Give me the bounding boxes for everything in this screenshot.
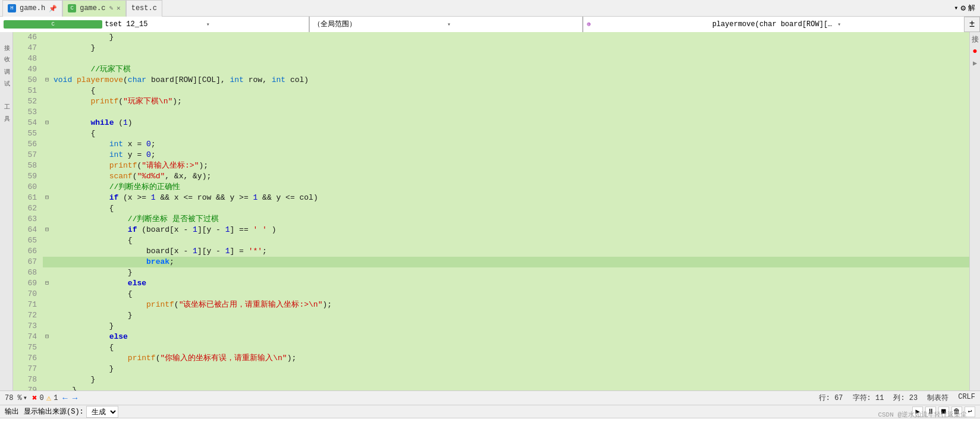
- code-content[interactable]: }: [51, 385, 969, 390]
- table-row: 69⊟ else: [13, 278, 969, 289]
- fold-gutter[interactable]: ⊟: [43, 225, 51, 235]
- fold-gutter: [43, 364, 51, 374]
- line-number: 46: [13, 32, 43, 43]
- zoom-dropdown[interactable]: ▾: [23, 393, 27, 402]
- fold-gutter[interactable]: ⊟: [43, 332, 51, 342]
- line-number: 59: [13, 171, 43, 182]
- func-selector[interactable]: ⊕ playermove(char board[ROW][COL], int r…: [583, 17, 965, 32]
- line-number: 79: [13, 385, 43, 390]
- fold-gutter[interactable]: ⊟: [43, 75, 51, 86]
- table-row: 63 //判断坐标 是否被下过棋: [13, 214, 969, 225]
- output-source-label: 显示输出来源(S):: [24, 407, 84, 417]
- file-icon: C: [4, 20, 102, 29]
- code-content[interactable]: printf("玩家下棋\n");: [51, 96, 969, 107]
- tab-game-h[interactable]: H game.h 📌: [2, 0, 62, 17]
- line-number: 73: [13, 321, 43, 332]
- code-content[interactable]: [51, 107, 969, 118]
- game-c-icon: C: [68, 4, 76, 12]
- sidebar-icon-6[interactable]: 具: [1, 106, 12, 116]
- code-content[interactable]: if (x >= 1 && x <= row && y >= 1 && y <=…: [51, 193, 969, 203]
- nav-back-btn[interactable]: ←: [62, 393, 67, 403]
- code-content[interactable]: {: [51, 203, 969, 214]
- code-content[interactable]: while (1): [51, 118, 969, 128]
- fold-gutter[interactable]: ⊟: [43, 118, 51, 128]
- code-content[interactable]: [51, 53, 969, 64]
- line-number: 55: [13, 128, 43, 139]
- tab-game-c[interactable]: C game.c ✎ ✕: [62, 0, 125, 17]
- tab-settings-btn[interactable]: ⚙: [961, 3, 966, 13]
- code-content[interactable]: }: [51, 310, 969, 321]
- right-sidebar-search[interactable]: 接: [970, 34, 980, 44]
- sidebar-icon-3[interactable]: 调: [1, 58, 12, 69]
- code-content[interactable]: board[x - 1][y - 1] = '*';: [51, 246, 969, 257]
- line-number: 74: [13, 332, 43, 342]
- code-content[interactable]: else: [51, 332, 969, 342]
- code-content[interactable]: }: [51, 321, 969, 332]
- status-zoom[interactable]: 78 % ▾: [5, 393, 27, 402]
- code-content[interactable]: scanf("%d%d", &x, &y);: [51, 171, 969, 182]
- code-content[interactable]: }: [51, 32, 969, 43]
- file-selector[interactable]: C tset 12_15 ▾: [0, 17, 309, 32]
- tab-game-h-pin[interactable]: 📌: [49, 5, 57, 12]
- code-content[interactable]: }: [51, 267, 969, 278]
- sidebar-icon-5[interactable]: 工: [1, 94, 12, 105]
- tab-dropdown-btn[interactable]: ▾: [954, 4, 958, 12]
- nav-forward-btn[interactable]: →: [73, 393, 77, 403]
- error-count: 0: [39, 394, 43, 402]
- code-content[interactable]: //判断坐标 是否被下过棋: [51, 214, 969, 225]
- code-content[interactable]: //判断坐标的正确性: [51, 182, 969, 193]
- code-content[interactable]: }: [51, 374, 969, 385]
- right-sidebar-nav[interactable]: ▶: [970, 58, 980, 68]
- code-content[interactable]: int y = 0;: [51, 150, 969, 160]
- sidebar-icon-4[interactable]: 试: [1, 70, 12, 81]
- code-content[interactable]: if (board[x - 1][y - 1] == ' ' ): [51, 225, 969, 235]
- code-content[interactable]: {: [51, 86, 969, 96]
- fold-gutter: [43, 235, 51, 246]
- sidebar-icon-2[interactable]: 收: [1, 46, 12, 57]
- code-content[interactable]: }: [51, 43, 969, 53]
- tab-right-controls: ▾ ⚙ 解: [954, 3, 980, 13]
- fold-gutter[interactable]: ⊟: [43, 193, 51, 203]
- line-number: 48: [13, 53, 43, 64]
- table-row: 79 }: [13, 385, 969, 390]
- code-content[interactable]: }: [51, 364, 969, 374]
- code-content[interactable]: {: [51, 235, 969, 246]
- symbol-add-btn[interactable]: ±: [965, 17, 980, 32]
- scope-selector[interactable]: （全局范围） ▾: [309, 17, 583, 32]
- code-area[interactable]: 46 }47 }48 49 //玩家下棋50⊟void playermove(c…: [13, 32, 969, 390]
- output-source-dropdown[interactable]: 生成: [86, 406, 118, 418]
- left-sidebar: 接 收 调 试 工 具: [0, 32, 13, 390]
- code-content[interactable]: printf("你输入的坐标有误，请重新输入\n");: [51, 353, 969, 364]
- code-content[interactable]: else: [51, 278, 969, 289]
- line-number: 72: [13, 310, 43, 321]
- code-content[interactable]: {: [51, 342, 969, 353]
- output-label: 输出: [5, 407, 19, 417]
- code-content[interactable]: printf("请输入坐标:>");: [51, 160, 969, 171]
- code-content[interactable]: break;: [51, 257, 969, 267]
- fold-gutter[interactable]: ⊟: [43, 278, 51, 289]
- tab-close-all-btn[interactable]: 解: [968, 3, 975, 13]
- code-content[interactable]: printf("该坐标已被占用，请重新输入坐标:>\n");: [51, 300, 969, 310]
- code-content[interactable]: //玩家下棋: [51, 64, 969, 75]
- code-content[interactable]: int x = 0;: [51, 139, 969, 150]
- status-encoding: CRLF: [958, 393, 975, 403]
- code-content[interactable]: {: [51, 289, 969, 300]
- sidebar-icon-1[interactable]: 接: [1, 34, 12, 45]
- code-content[interactable]: void playermove(char board[ROW][COL], in…: [51, 75, 969, 86]
- table-row: 67 break;: [13, 257, 969, 267]
- line-number: 60: [13, 182, 43, 193]
- table-row: 73 }: [13, 321, 969, 332]
- table-row: 74⊟ else: [13, 332, 969, 342]
- fold-gutter: [43, 267, 51, 278]
- right-sidebar-error[interactable]: ●: [970, 46, 980, 56]
- line-number: 52: [13, 96, 43, 107]
- output-source-select[interactable]: 显示输出来源(S): 生成: [24, 406, 118, 418]
- tab-test-c[interactable]: test.c: [126, 0, 162, 17]
- table-row: 54⊟ while (1): [13, 118, 969, 128]
- code-content[interactable]: {: [51, 128, 969, 139]
- tab-game-c-close[interactable]: ✕: [117, 4, 121, 12]
- fold-gutter: [43, 171, 51, 182]
- fold-gutter: [43, 64, 51, 75]
- symbol-bar: C tset 12_15 ▾ （全局范围） ▾ ⊕ playermove(cha…: [0, 17, 980, 32]
- table-row: 68 }: [13, 267, 969, 278]
